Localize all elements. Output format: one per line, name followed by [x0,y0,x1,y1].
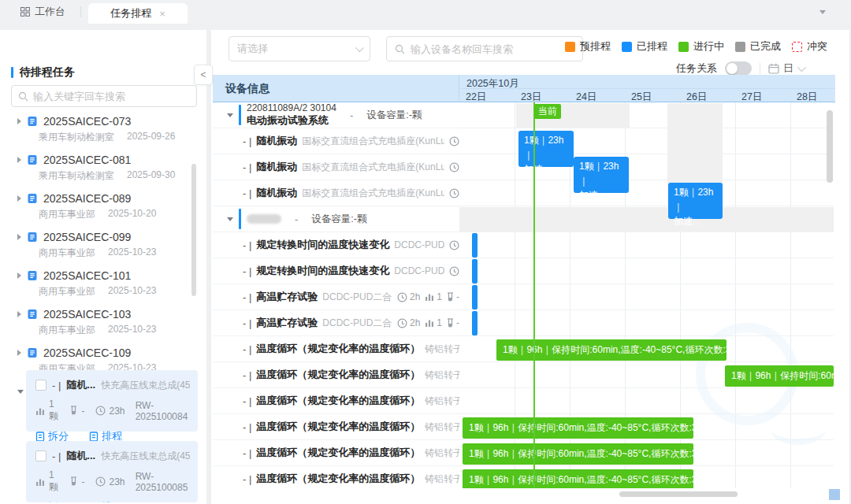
task-group-meta: 乘用车制动检测室2025-09-30 [17,168,206,184]
clock-icon [449,162,459,172]
task-name: 温度循环（规定变化率的温度循环） [256,472,420,486]
task-group-date: 2025-09-26 [127,131,175,144]
task-group-dept: 乘用车制动检测室 [39,169,114,183]
task-relation-toggle[interactable] [725,61,752,76]
sidebar-search-input[interactable] [33,91,190,102]
device-name: 电动振动试验系统 [247,114,336,127]
task-prefix: - | [243,265,251,277]
schedule-task-bar[interactable]: 1颗｜96h｜保持时间:60min,温度:-40~85°C,循环次数:300次 [725,365,834,387]
caret-down-icon[interactable] [17,390,24,394]
device-group-row[interactable]: 220811089A/2 30104电动振动试验系统-设备容量:-颗 [213,102,459,128]
caret-down-icon[interactable] [227,217,233,221]
legend-item: 预排程 [565,39,611,54]
caret-right-icon[interactable] [17,350,21,356]
task-group-item[interactable]: 2025SAICEC-099商用车事业部2025-10-23 [0,224,206,263]
test-task-row[interactable]: - |规定转换时间的温度快速变化DCDC-PUD二合一 [213,258,459,284]
task-group-item[interactable]: 2025SAICEC-101商用车事业部2025-10-23 [0,263,206,302]
test-task-row[interactable]: - |温度循环（规定变化率的温度循环）铸铝转子异 [213,336,459,362]
grid-row-line [459,180,834,180]
horizontal-scrollbar[interactable] [619,491,738,497]
view-mode-label: 日 [783,61,793,76]
schedule-task-bar[interactable]: 1颗｜23h｜加速... [668,183,723,219]
test-task-row[interactable]: - |温度循环（规定变化率的温度循环）铸铝转子异 [213,362,459,388]
schedule-task-bar[interactable] [472,259,478,284]
schedule-task-bar[interactable]: 1颗｜96h｜保持时间:60min,温度:-40~85°C,循环次数:300次 [463,417,693,439]
task-group-item[interactable]: 2025SAICEC-081乘用车制动检测室2025-09-30 [0,147,206,186]
task-group-item[interactable]: 2025SAICEC-073乘用车制动检测室2025-09-26 [0,109,206,147]
task-group-id: 2025SAICEC-089 [43,192,131,205]
caret-down-icon[interactable] [227,113,233,117]
device-code: 220811089A/2 30104 [247,102,336,114]
grid-row-line [459,232,834,232]
schedule-task-bar[interactable]: 1颗｜96h｜保持时间:60min,温度:-40~85°C,循环次数:300次 [463,469,693,488]
caret-right-icon[interactable] [17,234,21,240]
card-meta-value: 1颗 [49,398,60,423]
sidebar-scrollbar[interactable] [191,164,196,296]
grid-row-line [459,128,834,128]
tab-task-scheduling[interactable]: 任务排程 × [88,3,188,24]
bar-label-line: 加速... [674,214,717,229]
task-meta [449,240,459,250]
device-group-row[interactable]: -设备容量:-颗 [213,206,459,232]
clipboard-icon [27,347,38,358]
card-task-name: 随机... [66,378,95,392]
task-sample-desc: 铸铝转子异 [425,472,459,486]
app-window: 工作台 任务排程 × 待排程任务 < 2025SAICEC-073乘用车制动检测… [0,0,851,504]
caret-right-icon[interactable] [17,118,21,124]
caret-right-icon[interactable] [17,272,21,279]
task-meta [449,266,459,276]
test-task-row[interactable]: - |温度循环（规定变化率的温度循环）铸铝转子异 [213,466,459,488]
caret-right-icon[interactable] [17,195,21,202]
tube-icon [70,476,77,487]
schedule-task-bar[interactable] [472,233,478,258]
device-filter-select[interactable]: 请选择 [229,36,370,61]
current-time-line [533,102,535,488]
sidebar-collapse-button[interactable]: < [194,65,213,85]
schedule-task-bar[interactable]: 1颗｜96h｜保持时间:60min,温度:-40~85°C,循环次数:300次 [496,339,727,361]
task-group-id: 2025SAICEC-109 [43,346,131,359]
task-meta: 1 [425,291,442,302]
schedule-action-link[interactable]: 排程 [89,500,122,502]
close-icon[interactable]: × [159,8,165,20]
caret-right-icon[interactable] [17,157,21,163]
device-search-input[interactable] [411,43,574,55]
task-group-item[interactable]: 2025SAICEC-089商用车事业部2025-10-20 [0,186,206,224]
pending-task-card[interactable]: - |随机...快充高压线束总成(45...1颗-23hRW-202510008… [26,441,198,502]
device-group-name [247,214,281,224]
test-task-row[interactable]: - |温度循环（规定变化率的温度循环）铸铝转子异 [213,388,459,414]
task-checkbox[interactable] [35,380,46,391]
caret-right-icon[interactable] [17,311,21,317]
test-task-row[interactable]: - |温度循环（规定变化率的温度循环）铸铝转子异 [213,414,459,440]
test-task-row[interactable]: - |高温贮存试验DCDC-PUD二合一2h1- [213,284,459,310]
tab-workbench[interactable]: 工作台 [20,0,65,24]
schedule-task-bar[interactable] [472,311,478,335]
task-group-dept: 乘用车制动检测室 [39,131,114,144]
split-action-link[interactable]: 拆分 [35,500,69,502]
tube-icon [447,292,454,302]
task-prefix: - | [243,343,251,355]
vertical-scrollbar[interactable] [827,110,833,183]
tab-task-scheduling-label: 任务排程 [110,6,151,20]
task-prefix: - | [243,473,251,485]
pending-task-card[interactable]: - |随机...快充高压线束总成(45...1颗-23hRW-202510008… [26,370,198,432]
test-task-row[interactable]: - |随机振动国标交直流组合式充电插座(KunLun 30) [213,128,459,154]
tab-overflow-chevron-icon[interactable] [819,10,826,14]
redacted-device-name [247,214,281,224]
schedule-task-bar[interactable]: 1颗｜96h｜保持时间:60min,温度:-40~85°C,循环次数:300次 [463,443,693,465]
clipboard-icon [27,116,38,127]
task-group-item[interactable]: 2025SAICEC-103商用车事业部2025-10-23 [0,302,206,340]
bar-label-line: 加速... [579,188,623,203]
schedule-task-bar[interactable] [472,285,478,309]
schedule-task-bar[interactable]: 1颗｜23h｜加速... [518,131,574,167]
schedule-task-bar[interactable]: 1颗｜23h｜加速... [574,157,629,193]
test-task-row[interactable]: - |温度循环（规定变化率的温度循环）铸铝转子异 [213,440,459,466]
bar-label: 1颗｜96h｜保持时间:60min,温度:-40~85°C,循环次数:300次 [731,370,834,381]
view-mode-dropdown[interactable]: 日 [768,61,804,76]
test-task-row[interactable]: - |随机振动国标交直流组合式充电插座(KunLun 30) [213,154,459,180]
grid-row-line [459,309,834,310]
card-meta-row: 1颗-23hRW-2025100085 [35,469,190,494]
test-task-row[interactable]: - |规定转换时间的温度快速变化DCDC-PUD二合一 [213,232,459,258]
test-task-row[interactable]: - |高温贮存试验DCDC-PUD二合一2h1- [213,310,459,336]
test-task-row[interactable]: - |随机振动国标交直流组合式充电插座(KunLun 30) [213,180,459,206]
task-checkbox[interactable] [35,450,46,461]
